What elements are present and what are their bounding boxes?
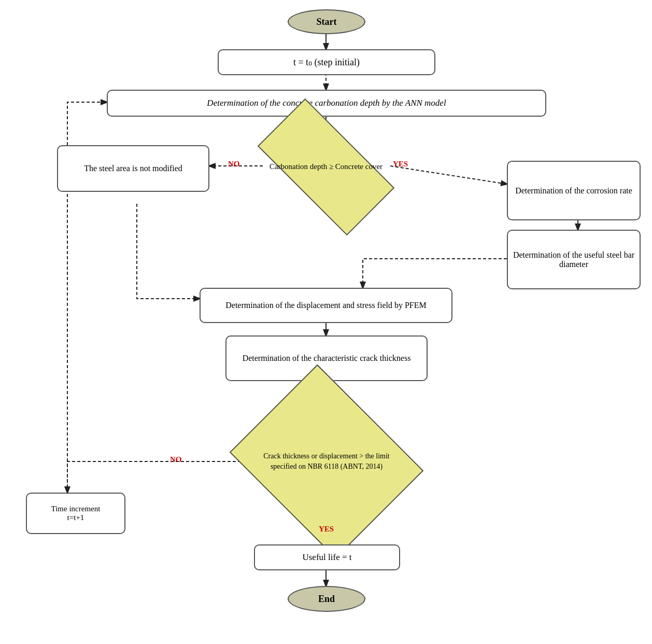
flowchart: Start t = t₀ (step initial) Determinatio… [0, 0, 652, 644]
no1-label: NO [228, 160, 240, 169]
steel-not-modified-label: The steel area is not modified [84, 164, 182, 173]
useful-life-shape: Useful life = t [254, 544, 400, 570]
step-initial-label: t = t₀ (step initial) [293, 57, 360, 68]
svg-line-4 [390, 166, 507, 184]
time-increment-shape: Time increment t=t+1 [26, 493, 125, 534]
crack-thickness-label: Determination of the characteristic crac… [243, 354, 411, 363]
start-shape: Start [288, 9, 365, 34]
end-label: End [318, 594, 335, 605]
displacement-stress-shape: Determination of the displacement and st… [200, 288, 452, 323]
diamond2-shape: Crack thickness or displacement > the li… [251, 399, 402, 524]
yes2-label: YES [319, 525, 334, 534]
displacement-stress-label: Determination of the displacement and st… [225, 301, 426, 310]
diamond2-text: Crack thickness or displacement > the li… [251, 451, 402, 471]
time-increment-label: Time increment t=t+1 [51, 505, 101, 522]
ann-model-label: Determination of the concrete carbonatio… [207, 98, 446, 108]
diamond1-text: Carbonation depth ≥ Concrete cover [264, 162, 388, 172]
start-label: Start [317, 17, 337, 27]
corrosion-rate-shape: Determination of the corrosion rate [507, 161, 641, 220]
steel-not-modified-shape: The steel area is not modified [57, 145, 209, 192]
end-shape: End [288, 586, 365, 612]
diamond1-shape: Carbonation depth ≥ Concrete cover [263, 133, 389, 201]
step-initial-shape: t = t₀ (step initial) [218, 49, 435, 75]
useful-diameter-shape: Determination of the useful steel bar di… [507, 230, 641, 289]
no2-label: NO [170, 455, 182, 464]
corrosion-rate-label: Determination of the corrosion rate [515, 186, 632, 195]
useful-diameter-label: Determination of the useful steel bar di… [508, 250, 640, 269]
ann-model-shape: Determination of the concrete carbonatio… [107, 90, 546, 117]
useful-life-label: Useful life = t [302, 552, 351, 563]
yes1-label: YES [393, 160, 408, 169]
